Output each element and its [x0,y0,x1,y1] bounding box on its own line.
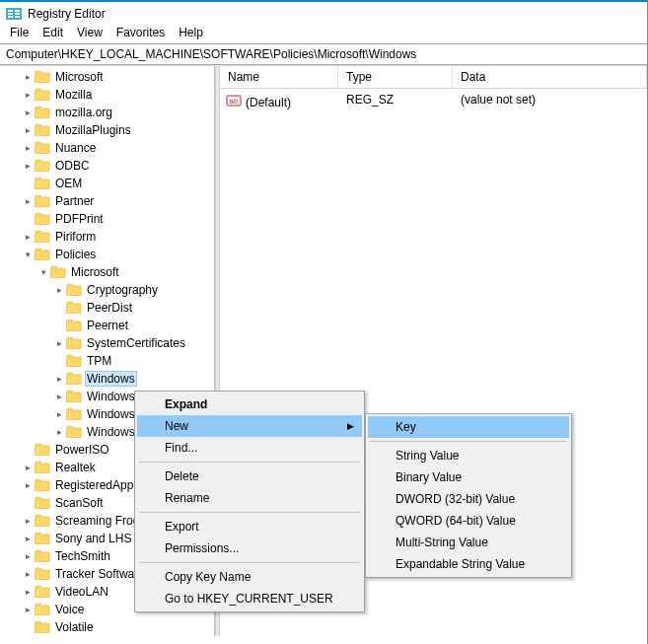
tree-row[interactable]: ▸TPM [0,352,214,370]
tree-label[interactable]: TPM [85,353,113,369]
menu-edit[interactable]: Edit [42,26,63,39]
tree-label[interactable]: TechSmith [53,548,112,564]
tree-row[interactable]: ▸Cryptography [0,281,214,299]
tree-label[interactable]: Volatile [53,619,96,635]
tree-label[interactable]: Voice [53,602,86,617]
tree-row[interactable]: ▸Windows [0,370,214,388]
chevron-right-icon[interactable]: ▸ [22,71,34,83]
menu-view[interactable]: View [77,26,103,39]
ctx-find[interactable]: Find... [137,437,362,459]
tree-label[interactable]: Partner [53,193,96,209]
chevron-right-icon[interactable]: ▸ [22,479,34,491]
tree-label[interactable]: VideoLAN [53,584,110,600]
chevron-right-icon[interactable]: ▸ [53,373,65,385]
tree-row[interactable]: ▸Microsoft [0,68,214,86]
tree-label[interactable]: Cryptography [85,282,160,298]
tree-row[interactable]: ▸ODBC [0,157,214,175]
ctx-new-binary[interactable]: Binary Value [368,466,569,488]
tree-label[interactable]: Policies [53,247,98,262]
tree-row[interactable]: ▸Peernet [0,317,214,334]
tree-row[interactable]: ▸Piriform [0,228,214,246]
chevron-right-icon[interactable]: ▸ [22,89,34,101]
chevron-right-icon[interactable]: ▸ [22,586,34,598]
ctx-rename[interactable]: Rename [137,487,362,509]
chevron-right-icon[interactable]: ▸ [22,604,34,615]
tree-label[interactable]: Mozilla [53,87,94,103]
col-header-type[interactable]: Type [338,66,453,88]
context-menu[interactable]: Expand New ▶ Find... Delete Rename Expor… [134,391,365,612]
chevron-right-icon[interactable]: ▸ [53,408,65,420]
address-bar[interactable]: Computer\HKEY_LOCAL_MACHINE\SOFTWARE\Pol… [0,43,647,65]
tree-row[interactable]: ▸MozillaPlugins [0,121,214,139]
tree-label[interactable]: Nuance [53,140,98,156]
tree-row[interactable]: ▸OEM [0,175,214,192]
chevron-right-icon[interactable]: ▸ [22,568,34,580]
menu-favorites[interactable]: Favorites [116,26,165,39]
tree-row[interactable]: ▸Mozilla [0,86,214,104]
tree-label[interactable]: Sony and LHS [53,531,133,546]
chevron-right-icon[interactable]: ▸ [53,337,65,349]
tree-label[interactable]: RegisteredAppli [53,477,141,493]
chevron-right-icon[interactable]: ▸ [22,160,34,172]
tree-row[interactable]: ▸Nuance [0,139,214,157]
tree-row[interactable]: ▸PeerDist [0,299,214,317]
ctx-new-dword[interactable]: DWORD (32-bit) Value [368,488,569,510]
tree-label[interactable]: Piriform [53,229,98,245]
tree-label[interactable]: Tracker Softwar [53,566,140,582]
tree-label[interactable]: MozillaPlugins [53,122,133,138]
chevron-right-icon[interactable]: ▸ [22,231,34,243]
tree-label[interactable]: Windows [85,371,137,387]
ctx-copy-key-name[interactable]: Copy Key Name [137,566,362,588]
tree-label[interactable]: PeerDist [85,300,134,316]
tree-label[interactable]: Windows [85,406,137,422]
tree-label[interactable]: ODBC [53,158,92,174]
ctx-new[interactable]: New ▶ [137,415,362,437]
tree-label[interactable]: Screaming Frog [53,513,141,529]
tree-label[interactable]: SystemCertificates [85,335,187,351]
chevron-right-icon[interactable]: ▸ [53,426,65,438]
ctx-expand[interactable]: Expand [137,394,362,415]
chevron-right-icon[interactable]: ▸ [22,124,34,136]
chevron-right-icon[interactable]: ▸ [22,195,34,207]
ctx-new-key[interactable]: Key [368,416,569,438]
tree-row[interactable]: ▾Microsoft [0,263,214,281]
menu-file[interactable]: File [10,26,29,39]
tree-row[interactable]: ▸PDFPrint [0,210,214,228]
tree-label[interactable]: Microsoft [53,69,106,85]
ctx-new-qword[interactable]: QWORD (64-bit) Value [368,510,569,532]
tree-label[interactable]: Windows [85,389,137,404]
ctx-delete[interactable]: Delete [137,465,362,487]
chevron-right-icon[interactable]: ▸ [22,550,34,562]
ctx-export[interactable]: Export [137,516,362,537]
tree-label[interactable]: ScanSoft [53,495,106,511]
chevron-right-icon[interactable]: ▸ [53,284,65,296]
chevron-right-icon[interactable]: ▸ [22,142,34,154]
tree-label[interactable]: Peernet [85,318,130,333]
chevron-right-icon[interactable]: ▸ [53,391,65,402]
list-row[interactable]: ab(Default)REG_SZ(value not set) [220,89,647,115]
col-header-name[interactable]: Name [220,66,338,88]
context-submenu-new[interactable]: Key String Value Binary Value DWORD (32-… [365,413,572,578]
tree-row[interactable]: ▸Volatile [0,618,214,636]
tree-label[interactable]: Realtek [53,460,98,475]
chevron-right-icon[interactable]: ▸ [22,533,34,544]
tree-label[interactable]: mozilla.org [53,105,114,120]
ctx-permissions[interactable]: Permissions... [137,537,362,559]
ctx-new-multi-string[interactable]: Multi-String Value [368,532,569,553]
col-header-data[interactable]: Data [453,66,647,88]
tree-label[interactable]: Microsoft [69,264,121,280]
chevron-right-icon[interactable]: ▸ [22,515,34,527]
tree-label[interactable]: OEM [53,176,84,191]
chevron-down-icon[interactable]: ▾ [37,266,49,278]
tree-row[interactable]: ▸mozilla.org [0,104,214,121]
tree-row[interactable]: ▾Policies [0,246,214,263]
ctx-goto-hkcu[interactable]: Go to HKEY_CURRENT_USER [137,588,362,609]
tree-label[interactable]: PowerISO [53,442,111,458]
tree-row[interactable]: ▸Partner [0,192,214,210]
ctx-new-expandable-string[interactable]: Expandable String Value [368,553,569,575]
tree-label[interactable]: PDFPrint [53,211,106,227]
chevron-right-icon[interactable]: ▸ [22,107,34,118]
menu-help[interactable]: Help [179,26,203,39]
tree-row[interactable]: ▸SystemCertificates [0,334,214,352]
ctx-new-string[interactable]: String Value [368,445,569,466]
